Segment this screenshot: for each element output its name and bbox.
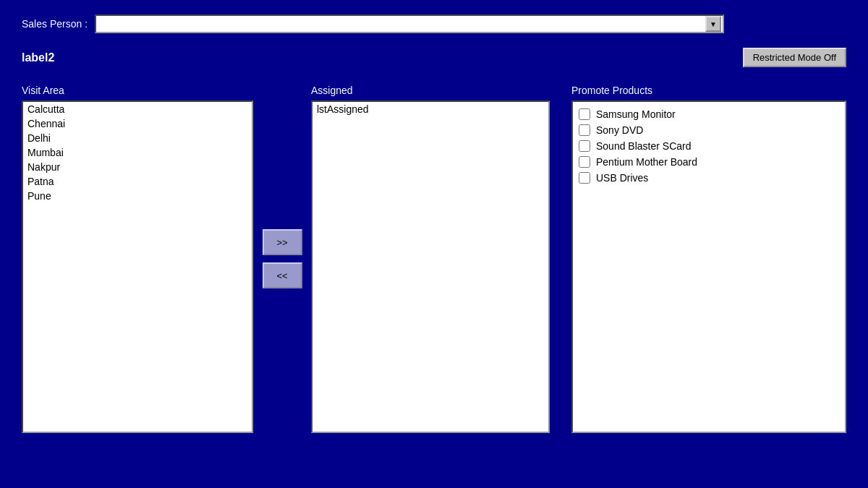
list-item[interactable]: lstAssigned (312, 102, 548, 116)
promote-product-checkbox[interactable] (579, 140, 590, 152)
list-item[interactable]: Calcutta (23, 102, 252, 116)
columns-container: Visit Area CalcuttaChennaiDelhiMumbaiNak… (22, 85, 846, 433)
promote-products-label: Promote Products (571, 85, 846, 96)
list-item[interactable]: Chennai (23, 116, 252, 131)
page-container: Sales Person : ▼ label2 Restricted Mode … (0, 0, 868, 448)
list-item[interactable]: Delhi (23, 131, 252, 145)
promote-product-name: Sony DVD (596, 124, 643, 136)
assigned-column: Assigned lstAssigned (311, 85, 550, 433)
promote-product-item[interactable]: Sony DVD (579, 122, 839, 138)
promote-product-checkbox[interactable] (579, 108, 590, 120)
promote-products-column: Promote Products Samsung MonitorSony DVD… (571, 85, 846, 433)
promote-product-name: Samsung Monitor (596, 108, 676, 120)
promote-products-listbox: Samsung MonitorSony DVDSound Blaster SCa… (571, 100, 846, 433)
sales-person-dropdown[interactable]: ▼ (95, 14, 724, 33)
promote-product-checkbox[interactable] (579, 172, 590, 184)
promote-product-item[interactable]: USB Drives (579, 170, 839, 186)
label2-text: label2 (22, 51, 54, 64)
transfer-buttons-column: >> << (253, 85, 311, 288)
promote-product-checkbox[interactable] (579, 156, 590, 168)
promote-product-item[interactable]: Sound Blaster SCard (579, 138, 839, 154)
visit-area-label: Visit Area (22, 85, 253, 96)
promote-product-item[interactable]: Pentium Mother Board (579, 154, 839, 170)
assigned-listbox[interactable]: lstAssigned (311, 100, 550, 433)
sales-person-label: Sales Person : (22, 18, 88, 30)
list-item[interactable]: Patna (23, 174, 252, 189)
promote-product-checkbox[interactable] (579, 124, 590, 136)
backward-transfer-button[interactable]: << (263, 262, 302, 288)
list-item[interactable]: Nakpur (23, 160, 252, 174)
visit-area-column: Visit Area CalcuttaChennaiDelhiMumbaiNak… (22, 85, 253, 433)
assigned-label: Assigned (311, 85, 550, 96)
sales-person-row: Sales Person : ▼ (22, 14, 846, 33)
list-item[interactable]: Pune (23, 189, 252, 203)
list-item[interactable]: Mumbai (23, 145, 252, 160)
dropdown-arrow-icon[interactable]: ▼ (705, 16, 721, 32)
promote-product-name: Sound Blaster SCard (596, 140, 692, 152)
label-row: label2 Restricted Mode Off (22, 48, 846, 67)
forward-transfer-button[interactable]: >> (263, 229, 302, 255)
promote-product-name: USB Drives (596, 172, 648, 184)
visit-area-listbox[interactable]: CalcuttaChennaiDelhiMumbaiNakpurPatnaPun… (22, 100, 253, 433)
promote-product-name: Pentium Mother Board (596, 156, 697, 168)
promote-product-item[interactable]: Samsung Monitor (579, 106, 839, 122)
restricted-mode-button[interactable]: Restricted Mode Off (743, 48, 846, 67)
